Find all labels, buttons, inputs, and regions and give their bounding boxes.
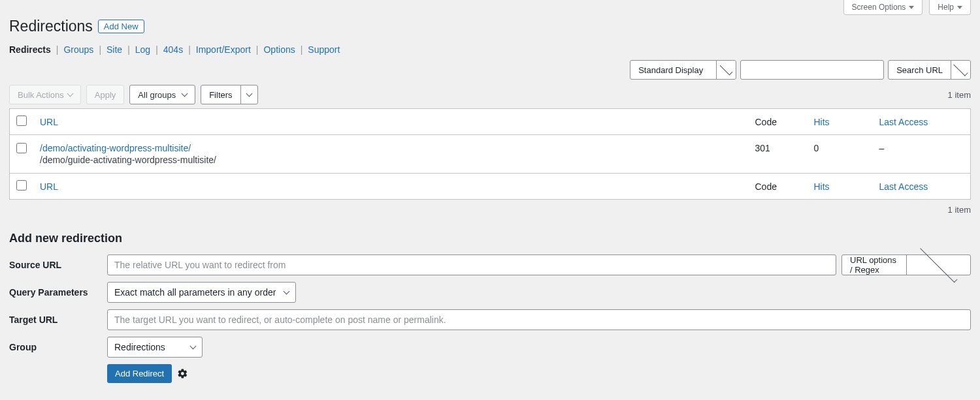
chevron-down-icon — [720, 63, 733, 76]
screen-options-label: Screen Options — [852, 3, 906, 12]
row-checkbox[interactable] — [16, 143, 27, 153]
col-url-footer[interactable]: URL — [40, 181, 58, 192]
subnav-support[interactable]: Support — [308, 44, 340, 55]
query-params-value: Exact match all parameters in any order — [114, 287, 276, 298]
display-mode-dropdown[interactable] — [716, 61, 736, 79]
col-hits-header[interactable]: Hits — [814, 117, 830, 127]
url-options-dropdown[interactable] — [906, 255, 971, 275]
subnav-import-export[interactable]: Import/Export — [196, 44, 251, 55]
query-params-label: Query Parameters — [9, 287, 97, 298]
group-select[interactable]: Redirections — [107, 337, 203, 358]
chevron-down-icon — [246, 91, 252, 97]
subnav-site[interactable]: Site — [106, 44, 122, 55]
chevron-down-icon — [190, 343, 197, 350]
chevron-down-icon — [920, 245, 957, 283]
col-code-footer: Code — [749, 174, 808, 200]
item-count-top: 1 item — [948, 90, 971, 100]
chevron-down-icon — [67, 91, 73, 97]
subnav-groups[interactable]: Groups — [63, 44, 93, 55]
search-input[interactable] — [741, 61, 883, 79]
target-url-input[interactable] — [107, 309, 971, 330]
display-mode-label: Standard Display — [638, 65, 716, 75]
col-code-header: Code — [749, 109, 808, 135]
url-options-label: URL options / Regex — [842, 255, 906, 275]
add-redirect-button[interactable]: Add Redirect — [107, 364, 172, 383]
bulk-actions-label: Bulk Actions — [18, 90, 64, 100]
screen-options-button[interactable]: Screen Options — [843, 0, 923, 15]
url-options-select[interactable]: URL options / Regex — [841, 254, 971, 275]
chevron-down-icon — [953, 61, 968, 76]
search-type-select[interactable]: Search URL — [888, 60, 971, 80]
chevron-down-icon — [284, 288, 290, 295]
search-box — [740, 60, 884, 80]
filters-button[interactable]: Filters — [201, 85, 257, 104]
add-new-heading: Add new redirection — [9, 232, 971, 245]
row-code: 301 — [749, 135, 808, 174]
page-title: Redirections — [9, 18, 93, 35]
apply-button[interactable]: Apply — [86, 85, 125, 104]
item-count-bottom: 1 item — [9, 205, 971, 215]
search-type-dropdown[interactable] — [951, 61, 970, 79]
select-all-bottom[interactable] — [16, 180, 27, 191]
source-url-input[interactable] — [107, 254, 836, 275]
subnav-404s[interactable]: 404s — [163, 44, 183, 55]
help-label: Help — [938, 3, 954, 12]
filters-label: Filters — [201, 85, 240, 104]
query-params-select[interactable]: Exact match all parameters in any order — [107, 282, 296, 303]
col-hits-footer[interactable]: Hits — [814, 181, 830, 192]
sub-nav: Redirects | Groups | Site | Log | 404s |… — [9, 44, 971, 55]
subnav-options[interactable]: Options — [263, 44, 295, 55]
select-all-top[interactable] — [16, 115, 27, 126]
filters-dropdown[interactable] — [240, 85, 257, 104]
group-value: Redirections — [114, 342, 165, 352]
bulk-actions-select[interactable]: Bulk Actions — [9, 85, 81, 104]
group-filter-label: All groups — [138, 90, 176, 100]
row-hits: 0 — [808, 135, 873, 174]
help-button[interactable]: Help — [929, 0, 971, 15]
table-row: /demo/activating-wordpress-multisite/ /d… — [10, 135, 971, 174]
col-url-header[interactable]: URL — [40, 117, 58, 127]
chevron-down-icon — [182, 91, 188, 97]
subnav-current: Redirects — [9, 44, 51, 55]
caret-down-icon — [957, 6, 962, 9]
group-label: Group — [9, 342, 97, 352]
col-last-header[interactable]: Last Access — [879, 117, 928, 127]
display-mode-select[interactable]: Standard Display — [630, 60, 736, 80]
search-type-label: Search URL — [889, 65, 951, 75]
redirects-table: URL Code Hits Last Access /demo/activati… — [9, 108, 971, 200]
row-target-url: /demo/guide-activating-wordpress-multisi… — [40, 155, 742, 165]
subnav-log[interactable]: Log — [135, 44, 150, 55]
col-last-footer[interactable]: Last Access — [879, 181, 928, 192]
caret-down-icon — [909, 6, 914, 9]
group-filter-select[interactable]: All groups — [129, 85, 195, 104]
add-new-button[interactable]: Add New — [98, 20, 144, 33]
source-url-label: Source URL — [9, 260, 97, 270]
target-url-label: Target URL — [9, 315, 97, 325]
row-source-url[interactable]: /demo/activating-wordpress-multisite/ — [40, 143, 191, 153]
row-last-access: – — [873, 135, 971, 174]
gear-icon[interactable] — [177, 368, 188, 379]
